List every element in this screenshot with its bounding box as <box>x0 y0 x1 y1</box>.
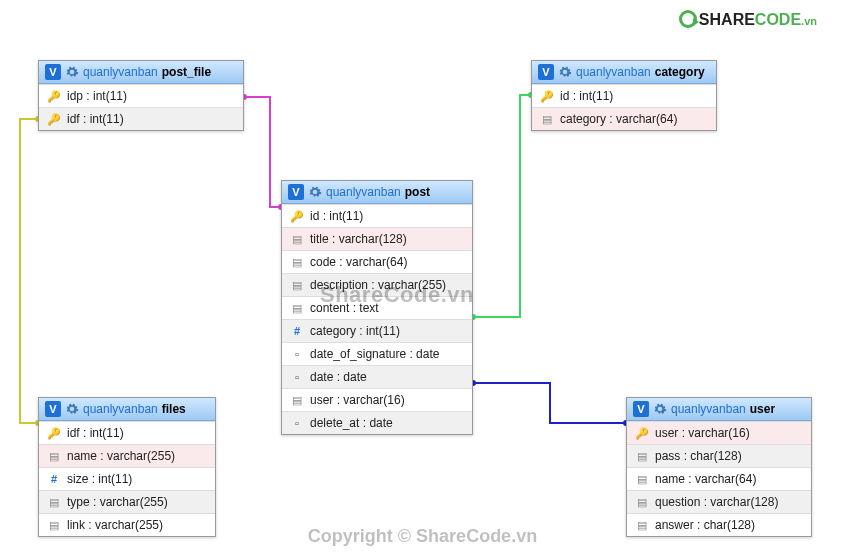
field-row[interactable]: 🔑idf : int(11) <box>39 107 243 130</box>
field-row[interactable]: ▤type : varchar(255) <box>39 490 215 513</box>
table-name: files <box>162 402 186 416</box>
field-row[interactable]: ▫delete_at : date <box>282 411 472 434</box>
table-name: category <box>655 65 705 79</box>
field-row[interactable]: ▤content : text <box>282 296 472 319</box>
field-row[interactable]: 🔑id : int(11) <box>532 84 716 107</box>
number-icon: # <box>47 473 61 485</box>
view-badge-icon: V <box>633 401 649 417</box>
field-text: content : text <box>310 301 379 315</box>
table-header[interactable]: V quanlyvanban user <box>627 398 811 421</box>
view-badge-icon: V <box>538 64 554 80</box>
table-header[interactable]: V quanlyvanban files <box>39 398 215 421</box>
field-row[interactable]: ▤name : varchar(64) <box>627 467 811 490</box>
field-row[interactable]: 🔑id : int(11) <box>282 204 472 227</box>
table-name: post <box>405 185 430 199</box>
field-row[interactable]: ▤code : varchar(64) <box>282 250 472 273</box>
table-body: 🔑idp : int(11)🔑idf : int(11) <box>39 84 243 130</box>
field-text: type : varchar(255) <box>67 495 168 509</box>
field-text: name : varchar(64) <box>655 472 756 486</box>
field-text: date : date <box>310 370 367 384</box>
field-row[interactable]: ▤user : varchar(16) <box>282 388 472 411</box>
field-row[interactable]: ▤description : varchar(255) <box>282 273 472 296</box>
field-row[interactable]: ▤name : varchar(255) <box>39 444 215 467</box>
date-icon: ▫ <box>290 371 304 383</box>
brand-logo: SHARECODE.vn <box>679 10 817 29</box>
column-icon: ▤ <box>290 302 304 315</box>
field-text: code : varchar(64) <box>310 255 407 269</box>
view-badge-icon: V <box>45 64 61 80</box>
field-row[interactable]: 🔑idf : int(11) <box>39 421 215 444</box>
table-header[interactable]: V quanlyvanban post_file <box>39 61 243 84</box>
field-row[interactable]: #category : int(11) <box>282 319 472 342</box>
field-text: idp : int(11) <box>67 89 127 103</box>
field-text: idf : int(11) <box>67 426 124 440</box>
field-text: description : varchar(255) <box>310 278 446 292</box>
field-row[interactable]: 🔑user : varchar(16) <box>627 421 811 444</box>
schema-label: quanlyvanban <box>83 65 158 79</box>
column-icon: ▤ <box>290 233 304 246</box>
schema-label: quanlyvanban <box>83 402 158 416</box>
field-row[interactable]: #size : int(11) <box>39 467 215 490</box>
watermark-bottom: Copyright © ShareCode.vn <box>308 526 537 547</box>
column-icon: ▤ <box>290 279 304 292</box>
key-icon: 🔑 <box>290 210 304 223</box>
table-header[interactable]: V quanlyvanban post <box>282 181 472 204</box>
table-files[interactable]: V quanlyvanban files 🔑idf : int(11)▤name… <box>38 397 216 537</box>
field-row[interactable]: 🔑idp : int(11) <box>39 84 243 107</box>
column-icon: ▤ <box>47 496 61 509</box>
gear-icon[interactable] <box>65 65 79 79</box>
column-icon: ▤ <box>290 394 304 407</box>
table-body: 🔑idf : int(11)▤name : varchar(255)#size … <box>39 421 215 536</box>
table-category[interactable]: V quanlyvanban category 🔑id : int(11)▤ca… <box>531 60 717 131</box>
column-icon: ▤ <box>635 473 649 486</box>
column-icon: ▤ <box>290 256 304 269</box>
date-icon: ▫ <box>290 348 304 360</box>
table-post-file[interactable]: V quanlyvanban post_file 🔑idp : int(11)🔑… <box>38 60 244 131</box>
gear-icon[interactable] <box>308 185 322 199</box>
table-body: 🔑user : varchar(16)▤pass : char(128)▤nam… <box>627 421 811 536</box>
table-body: 🔑id : int(11)▤category : varchar(64) <box>532 84 716 130</box>
table-name: user <box>750 402 775 416</box>
table-header[interactable]: V quanlyvanban category <box>532 61 716 84</box>
field-row[interactable]: ▤category : varchar(64) <box>532 107 716 130</box>
field-row[interactable]: ▫date : date <box>282 365 472 388</box>
field-row[interactable]: ▤answer : char(128) <box>627 513 811 536</box>
field-text: id : int(11) <box>310 209 363 223</box>
schema-label: quanlyvanban <box>326 185 401 199</box>
recycle-icon <box>679 10 697 28</box>
field-text: title : varchar(128) <box>310 232 407 246</box>
number-icon: # <box>290 325 304 337</box>
field-text: category : varchar(64) <box>560 112 677 126</box>
field-row[interactable]: ▫date_of_signature : date <box>282 342 472 365</box>
field-text: pass : char(128) <box>655 449 742 463</box>
key-icon: 🔑 <box>540 90 554 103</box>
field-text: category : int(11) <box>310 324 400 338</box>
field-row[interactable]: ▤title : varchar(128) <box>282 227 472 250</box>
field-text: link : varchar(255) <box>67 518 163 532</box>
field-row[interactable]: ▤pass : char(128) <box>627 444 811 467</box>
table-user[interactable]: V quanlyvanban user 🔑user : varchar(16)▤… <box>626 397 812 537</box>
gear-icon[interactable] <box>558 65 572 79</box>
field-text: user : varchar(16) <box>310 393 405 407</box>
schema-label: quanlyvanban <box>671 402 746 416</box>
view-badge-icon: V <box>288 184 304 200</box>
field-text: id : int(11) <box>560 89 613 103</box>
field-text: date_of_signature : date <box>310 347 439 361</box>
key-icon: 🔑 <box>635 427 649 440</box>
gear-icon[interactable] <box>653 402 667 416</box>
gear-icon[interactable] <box>65 402 79 416</box>
key-icon: 🔑 <box>47 427 61 440</box>
brand-vn: .vn <box>801 15 817 27</box>
field-row[interactable]: ▤question : varchar(128) <box>627 490 811 513</box>
field-text: delete_at : date <box>310 416 393 430</box>
column-icon: ▤ <box>635 450 649 463</box>
column-icon: ▤ <box>47 519 61 532</box>
table-post[interactable]: V quanlyvanban post 🔑id : int(11)▤title … <box>281 180 473 435</box>
table-body: 🔑id : int(11)▤title : varchar(128)▤code … <box>282 204 472 434</box>
field-text: answer : char(128) <box>655 518 755 532</box>
view-badge-icon: V <box>45 401 61 417</box>
field-text: name : varchar(255) <box>67 449 175 463</box>
field-text: question : varchar(128) <box>655 495 778 509</box>
table-name: post_file <box>162 65 211 79</box>
field-row[interactable]: ▤link : varchar(255) <box>39 513 215 536</box>
